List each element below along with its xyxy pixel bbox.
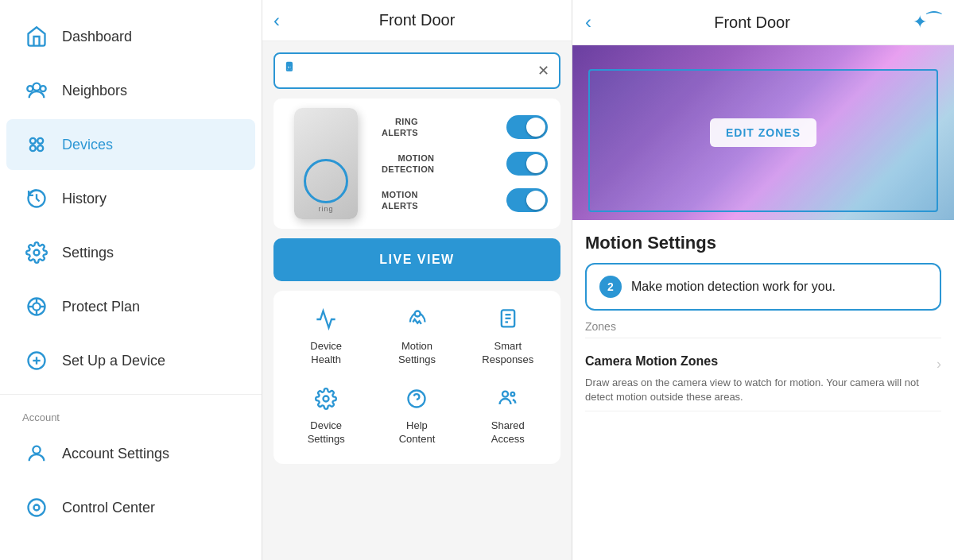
icon-tile-device-settings[interactable]: DeviceSettings xyxy=(285,381,367,453)
dashboard-label: Dashboard xyxy=(62,29,132,45)
search-clear-button[interactable]: ✕ xyxy=(537,62,549,79)
motion-settings-label: MotionSettings xyxy=(398,340,436,367)
devices-label: Devices xyxy=(62,137,113,153)
sidebar-item-setup-device[interactable]: Set Up a Device xyxy=(6,335,255,386)
right-header: ‹ Front Door ✦⁀ xyxy=(572,0,954,45)
toggle-row-ring-alerts: RINGALERTS xyxy=(382,115,548,139)
ring-alerts-toggle[interactable] xyxy=(506,115,548,139)
motion-settings-title: Motion Settings xyxy=(585,233,941,253)
device-health-label: DeviceHealth xyxy=(310,340,342,367)
icon-tile-help-content[interactable]: HelpContent xyxy=(375,381,458,453)
svg-point-0 xyxy=(33,83,40,91)
sidebar-item-history[interactable]: History xyxy=(6,173,255,224)
bottom-icons-grid: DeviceHealth MotionSettings xyxy=(273,291,560,464)
svg-point-34 xyxy=(510,392,514,396)
motion-alerts-toggle[interactable] xyxy=(506,188,548,212)
right-content: Motion Settings 2 Make motion detection … xyxy=(572,220,954,424)
svg-point-20 xyxy=(34,505,40,511)
wand-icon[interactable]: ✦⁀ xyxy=(913,12,941,33)
ring-alerts-label: RINGALERTS xyxy=(382,116,418,139)
device-thumbnail: ring xyxy=(294,108,358,219)
zones-item[interactable]: Camera Motion Zones › Draw areas on the … xyxy=(585,348,941,411)
account-icon xyxy=(22,439,51,468)
svg-point-18 xyxy=(33,446,40,454)
control-icon xyxy=(22,493,51,522)
icon-tile-smart-responses[interactable]: SmartResponses xyxy=(467,302,549,373)
icon-tile-shared-access[interactable]: SharedAccess xyxy=(467,381,549,453)
home-icon xyxy=(22,22,51,51)
camera-view: EDIT ZONES xyxy=(572,45,954,220)
device-controls: ring RINGALERTS MOTIONDETECTION MOTIONAL… xyxy=(273,98,560,229)
sidebar: Dashboard Neighbors Devices xyxy=(0,0,262,560)
help-icon xyxy=(405,388,428,415)
settings-icon xyxy=(22,238,51,267)
toggle-row-motion-detection: MOTIONDETECTION xyxy=(382,152,548,176)
zones-item-row: Camera Motion Zones › xyxy=(585,354,941,373)
motion-alerts-label: MOTIONALERTS xyxy=(382,189,418,212)
history-icon xyxy=(22,184,51,213)
toggle-row-motion-alerts: MOTIONALERTS xyxy=(382,188,548,212)
devices-icon xyxy=(22,130,51,159)
info-card-number: 2 xyxy=(599,276,622,298)
middle-header: ‹ Front Door xyxy=(262,0,572,41)
add-device-icon xyxy=(22,346,51,375)
neighbors-icon xyxy=(22,76,51,105)
svg-point-10 xyxy=(33,303,40,310)
shared-access-label: SharedAccess xyxy=(491,419,525,446)
camera-motion-zones-title: Camera Motion Zones xyxy=(585,354,718,369)
icon-tile-device-health[interactable]: DeviceHealth xyxy=(285,302,367,373)
middle-header-title: Front Door xyxy=(379,11,456,29)
control-center-label: Control Center xyxy=(62,500,155,516)
sidebar-item-neighbors[interactable]: Neighbors xyxy=(6,65,255,116)
device-health-icon xyxy=(315,308,337,335)
toggles-container: RINGALERTS MOTIONDETECTION MOTIONALERTS xyxy=(366,115,548,212)
sidebar-item-dashboard[interactable]: Dashboard xyxy=(6,11,255,62)
right-header-title: Front Door xyxy=(714,14,790,32)
sidebar-item-protect-plan[interactable]: Protect Plan xyxy=(6,281,255,332)
edit-zones-button[interactable]: EDIT ZONES xyxy=(710,118,816,147)
sidebar-item-settings[interactable]: Settings xyxy=(6,227,255,278)
account-section-label: Account xyxy=(0,404,262,427)
protect-plan-label: Protect Plan xyxy=(62,299,140,315)
svg-point-30 xyxy=(324,396,329,401)
sidebar-item-account-settings[interactable]: Account Settings xyxy=(6,428,255,479)
info-card: 2 Make motion detection work for you. xyxy=(585,263,941,311)
shared-access-icon xyxy=(497,388,519,415)
motion-detection-label: MOTIONDETECTION xyxy=(382,153,434,176)
neighbors-label: Neighbors xyxy=(62,83,127,99)
middle-back-button[interactable]: ‹ xyxy=(273,10,280,32)
right-panel: ‹ Front Door ✦⁀ EDIT ZONES Motion Settin… xyxy=(572,0,954,560)
smart-responses-icon xyxy=(497,308,519,335)
setup-device-label: Set Up a Device xyxy=(62,353,165,369)
device-settings-label: DeviceSettings xyxy=(308,419,345,446)
right-back-button[interactable]: ‹ xyxy=(585,11,591,33)
help-content-label: HelpContent xyxy=(399,419,436,446)
chevron-right-icon: › xyxy=(937,356,941,373)
device-settings-icon xyxy=(315,388,337,415)
motion-detection-toggle[interactable] xyxy=(506,152,548,176)
zones-section-label: Zones xyxy=(585,320,941,338)
brand-label: ring xyxy=(318,205,333,213)
search-input[interactable] xyxy=(308,64,531,78)
middle-panel: ‹ Front Door ✕ ring xyxy=(262,0,572,560)
camera-motion-zones-desc: Draw areas on the camera view to watch f… xyxy=(585,376,941,404)
device-image: ring xyxy=(286,108,366,219)
svg-point-4 xyxy=(37,138,43,144)
motion-settings-icon xyxy=(405,308,428,335)
protect-icon xyxy=(22,292,51,321)
sidebar-item-control-center[interactable]: Control Center xyxy=(6,482,255,533)
search-bar[interactable]: ✕ xyxy=(273,52,560,89)
smart-responses-label: SmartResponses xyxy=(482,340,533,367)
svg-point-1 xyxy=(27,86,33,91)
svg-point-3 xyxy=(30,138,36,144)
svg-point-2 xyxy=(41,86,46,91)
svg-point-19 xyxy=(29,500,45,516)
info-card-text: Make motion detection work for you. xyxy=(631,278,836,295)
svg-point-5 xyxy=(30,145,36,151)
live-view-button[interactable]: LIVE VIEW xyxy=(273,238,560,281)
account-settings-label: Account Settings xyxy=(62,446,169,462)
sidebar-item-devices[interactable]: Devices xyxy=(6,119,255,170)
history-label: History xyxy=(62,191,107,207)
icon-tile-motion-settings[interactable]: MotionSettings xyxy=(375,302,458,373)
svg-point-33 xyxy=(502,391,508,396)
